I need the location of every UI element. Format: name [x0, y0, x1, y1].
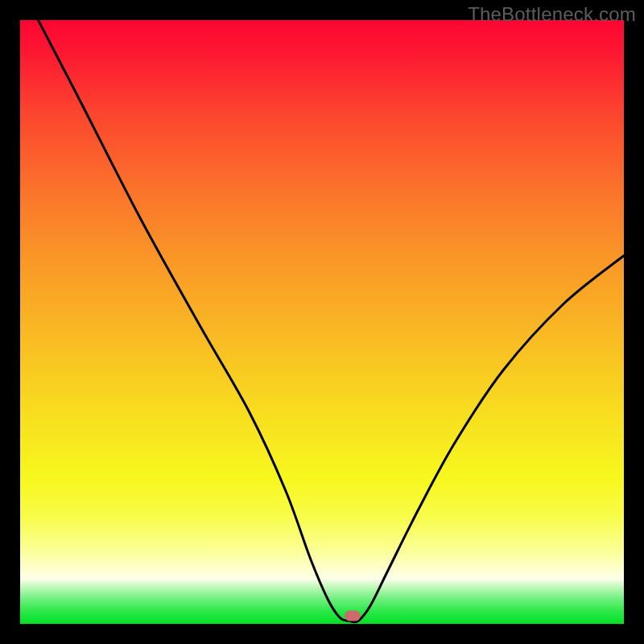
- optimum-marker: [345, 611, 361, 621]
- plot-area: [20, 20, 624, 624]
- chart-frame: TheBottleneck.com: [0, 0, 644, 644]
- bottleneck-curve: [39, 20, 625, 622]
- watermark-text: TheBottleneck.com: [468, 3, 636, 26]
- curve-svg: [20, 20, 624, 624]
